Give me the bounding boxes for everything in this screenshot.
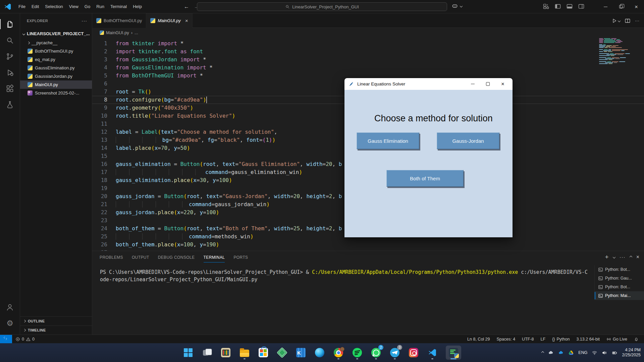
gauss-elimination-button[interactable]: Gauss Elimination <box>357 132 419 149</box>
run-python-file-button[interactable] <box>611 18 620 24</box>
terminal-profile-chevron-icon[interactable] <box>612 255 615 258</box>
file-row--pycache-[interactable]: __pycache__ <box>20 39 92 47</box>
terminal-instance[interactable]: Python: Mai... <box>595 291 644 300</box>
terminal-output[interactable]: PS C:\Users\AMRBEDIR\VS-Code-repos\Linea… <box>100 268 588 283</box>
activitybar-search[interactable] <box>0 32 20 48</box>
taskbar-telegram-icon[interactable]: 3 <box>389 346 400 360</box>
taskbar-edge-icon[interactable] <box>314 346 325 360</box>
panel-tab-ports[interactable]: PORTS <box>233 251 248 264</box>
activitybar-settings[interactable]: ⚙ <box>0 315 20 331</box>
tk-minimize-button[interactable] <box>471 84 475 84</box>
menu-terminal[interactable]: Terminal <box>107 2 130 11</box>
status-notifications[interactable] <box>634 337 639 342</box>
taskbar-start-icon[interactable] <box>183 346 194 360</box>
activitybar-testing[interactable] <box>0 97 20 113</box>
taskbar-python-app-icon[interactable] <box>446 346 461 360</box>
file-row-gaussianjordan-py[interactable]: GaussianJordan.py <box>20 72 92 80</box>
tab-maingui-py[interactable]: MainGUI.py× <box>146 13 192 28</box>
toggle-primary-sidebar-icon[interactable] <box>554 3 561 10</box>
status-python-interpreter[interactable]: 3.13.2 64-bit <box>576 337 600 342</box>
terminal-instance[interactable]: Python: Bot... <box>595 265 644 274</box>
wifi-icon[interactable] <box>592 350 597 356</box>
file-row-eq-mat-py[interactable]: eq_mat.py <box>20 55 92 64</box>
panel-tab-problems[interactable]: PROBLEMS <box>100 251 123 264</box>
keyboard-language[interactable]: ENG <box>578 350 587 355</box>
taskbar-microsoft-store-icon[interactable] <box>258 346 269 360</box>
tk-close-button[interactable]: × <box>501 81 504 87</box>
activitybar-run-debug[interactable] <box>0 64 20 80</box>
close-tab-icon[interactable]: × <box>185 18 188 23</box>
taskbar-whatsapp-icon[interactable]: 2 <box>371 346 381 360</box>
file-row-gausselimination-py[interactable]: GaussElimination.py <box>20 64 92 72</box>
status-language-mode[interactable]: {}Python <box>552 337 570 342</box>
taskbar-file-explorer-icon[interactable] <box>239 346 250 360</box>
both-of-them-button[interactable]: Both of Them <box>386 170 464 187</box>
tab-bothofthemgui-py[interactable]: BothOfThemGUI.py <box>92 13 146 28</box>
taskbar-task-view-icon[interactable] <box>202 346 212 360</box>
panel-tab-debug-console[interactable]: DEBUG CONSOLE <box>158 251 195 264</box>
status-indentation[interactable]: Spaces: 4 <box>497 337 516 342</box>
outline-section[interactable]: OUTLINE <box>20 316 92 325</box>
menu-help[interactable]: Help <box>130 2 145 11</box>
taskbar-media-player-icon[interactable] <box>220 346 231 360</box>
menu-run[interactable]: Run <box>93 2 107 11</box>
explorer-more-actions[interactable]: ··· <box>82 18 87 23</box>
onedrive-cloud-blue-icon[interactable] <box>558 350 564 356</box>
terminal-instance[interactable]: Python: Bot... <box>595 283 644 291</box>
restore-button[interactable] <box>613 0 629 13</box>
status-eol[interactable]: LF <box>541 337 546 342</box>
timeline-section[interactable]: TIMELINE <box>20 325 92 335</box>
copilot-menu[interactable] <box>451 3 462 9</box>
file-row-screenshot-2025-02-[interactable]: Screenshot 2025-02-... <box>20 89 92 97</box>
remote-indicator[interactable] <box>0 335 12 343</box>
close-panel-icon[interactable]: × <box>636 254 639 260</box>
status-cursor-position[interactable]: Ln 8, Col 29 <box>467 337 490 342</box>
menu-file[interactable]: File <box>15 2 29 11</box>
taskbar-clock[interactable]: 4:24 PM 2/25/2025 <box>622 348 641 358</box>
file-row-maingui-py[interactable]: MainGUI.py <box>20 80 92 89</box>
menu-edit[interactable]: Edit <box>29 2 42 11</box>
explorer-root-folder[interactable]: LINEARSOLVER_PROJECT_... <box>20 29 92 38</box>
taskbar-green-diamond-app-icon[interactable] <box>277 346 287 360</box>
activitybar-explorer[interactable] <box>0 16 20 32</box>
gauss-jordan-button[interactable]: Gauss-Jordan <box>437 132 499 149</box>
panel-more-actions-icon[interactable]: ··· <box>620 254 626 260</box>
panel-tab-terminal[interactable]: TERMINAL <box>204 251 225 264</box>
taskbar-k-app-icon[interactable]: K <box>296 346 306 360</box>
breadcrumb[interactable]: MainGUI.py › ... <box>92 28 644 37</box>
status-go-live[interactable]: Go Live <box>606 337 627 342</box>
google-drive-icon[interactable] <box>568 350 574 356</box>
search-bar[interactable]: LinearSolver_Project_Python_GUI <box>197 2 447 11</box>
history-back-icon[interactable]: ← <box>184 4 189 10</box>
activitybar-source-control[interactable] <box>0 48 20 64</box>
split-editor-icon[interactable] <box>625 18 631 24</box>
editor-more-actions-icon[interactable]: ··· <box>635 18 639 23</box>
taskbar-chrome-icon[interactable] <box>333 346 344 360</box>
menu-selection[interactable]: Selection <box>42 2 66 11</box>
tray-show-hidden-icons[interactable] <box>541 351 544 354</box>
menu-go[interactable]: Go <box>82 2 93 11</box>
taskbar-instagram-icon[interactable] <box>408 346 419 360</box>
tk-maximize-button[interactable] <box>486 82 490 86</box>
tk-titlebar[interactable]: Linear Equations Solver × <box>344 78 513 90</box>
taskbar-vscode-icon[interactable] <box>427 346 438 360</box>
new-terminal-icon[interactable]: + <box>605 254 609 260</box>
panel-tab-output[interactable]: OUTPUT <box>132 251 149 264</box>
menu-view[interactable]: View <box>66 2 82 11</box>
problems-indicator[interactable]: 0 0 <box>15 337 35 342</box>
terminal-instance[interactable]: Python: Gau... <box>595 274 644 283</box>
activitybar-account[interactable] <box>0 299 20 315</box>
minimize-button[interactable] <box>598 0 613 13</box>
customize-layout-icon[interactable] <box>543 3 549 10</box>
file-row-bothofthemgui-py[interactable]: BothOfThemGUI.py <box>20 47 92 55</box>
toggle-secondary-sidebar-icon[interactable] <box>578 3 585 10</box>
taskbar-spotify-icon[interactable] <box>352 346 363 360</box>
onedrive-cloud-gray-icon[interactable] <box>548 350 554 356</box>
close-button[interactable]: × <box>629 0 644 13</box>
minimap[interactable] <box>599 38 639 64</box>
activitybar-extensions[interactable] <box>0 80 20 97</box>
maximize-panel-icon[interactable] <box>629 255 632 258</box>
status-encoding[interactable]: UTF-8 <box>522 337 534 342</box>
toggle-panel-icon[interactable] <box>566 3 573 10</box>
volume-icon[interactable] <box>602 350 607 356</box>
